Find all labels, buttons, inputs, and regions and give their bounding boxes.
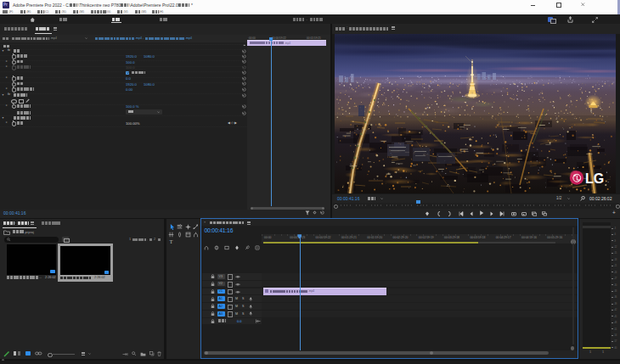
svg-text:LG: LG [585,171,604,186]
